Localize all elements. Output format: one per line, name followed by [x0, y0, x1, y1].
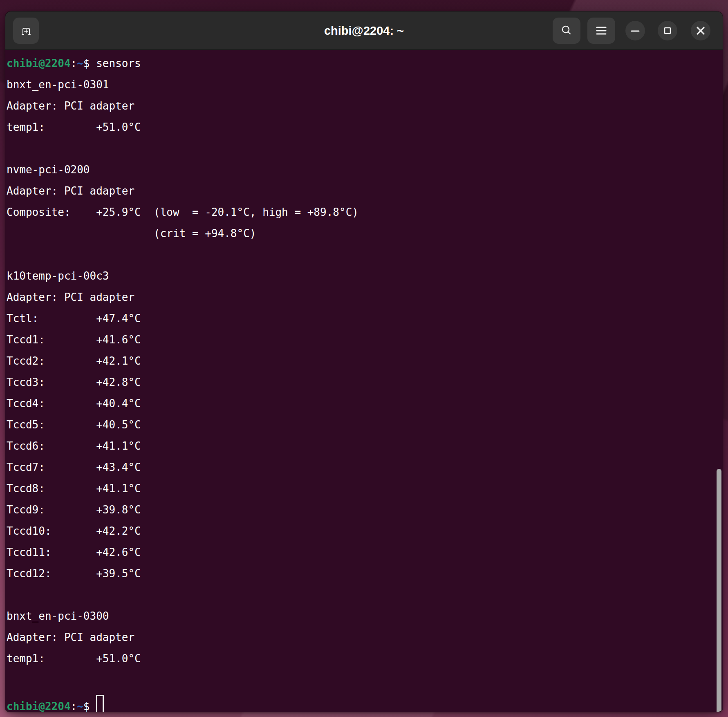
- prompt-symbol: $: [83, 57, 96, 69]
- typed-command: sensors: [96, 57, 141, 69]
- desktop: { "window": { "title": "chibi@2204: ~" }…: [0, 0, 728, 717]
- terminal-output-line: Tccd9: +39.8°C: [7, 499, 723, 520]
- maximize-button[interactable]: [658, 21, 677, 40]
- terminal-output-line: bnxt_en-pci-0300: [7, 605, 723, 627]
- main-menu-button[interactable]: [587, 18, 615, 44]
- terminal-output-line: Adapter: PCI adapter: [7, 95, 723, 117]
- terminal-output-line: (crit = +94.8°C): [7, 223, 723, 244]
- terminal-output-line: Adapter: PCI adapter: [7, 627, 723, 648]
- terminal-screen[interactable]: chibi@2204:~$ sensorsbnxt_en-pci-0301Ada…: [5, 50, 723, 712]
- prompt-separator: :: [71, 700, 77, 712]
- terminal-output-line: Tccd3: +42.8°C: [7, 372, 723, 393]
- terminal-output-line: [7, 584, 723, 605]
- terminal-output-line: bnxt_en-pci-0301: [7, 74, 723, 95]
- search-button[interactable]: [553, 18, 580, 44]
- terminal-window: chibi@2204: ~: [5, 11, 723, 712]
- terminal-output-line: Tccd10: +42.2°C: [7, 520, 723, 542]
- terminal-output-line: temp1: +51.0°C: [7, 648, 723, 669]
- terminal-output-line: temp1: +51.0°C: [7, 117, 723, 138]
- terminal-output-line: Adapter: PCI adapter: [7, 287, 723, 308]
- terminal-cursor: [96, 695, 104, 712]
- prompt-symbol: $: [83, 700, 96, 712]
- prompt-user-host: chibi@2204: [7, 700, 71, 712]
- terminal-output-line: Tccd11: +42.6°C: [7, 542, 723, 563]
- terminal-output-line: Tccd7: +43.4°C: [7, 457, 723, 478]
- terminal-output-line: [7, 244, 723, 265]
- terminal-output-line: Tccd6: +41.1°C: [7, 435, 723, 457]
- terminal-output-line: Tccd12: +39.5°C: [7, 563, 723, 584]
- terminal-output-line: Tccd8: +41.1°C: [7, 478, 723, 499]
- close-button[interactable]: [691, 21, 710, 40]
- prompt-path: ~: [77, 57, 83, 69]
- prompt-user-host: chibi@2204: [7, 57, 71, 69]
- terminal-output-line: Tccd4: +40.4°C: [7, 393, 723, 414]
- terminal-output-line: Tccd5: +40.5°C: [7, 414, 723, 435]
- terminal-output-line: k10temp-pci-00c3: [7, 265, 723, 287]
- terminal-output-line: Composite: +25.9°C (low = -20.1°C, high …: [7, 202, 723, 223]
- terminal-output-line: nvme-pci-0200: [7, 159, 723, 180]
- new-tab-icon: [19, 24, 33, 38]
- terminal-output-line: [7, 669, 723, 690]
- prompt-separator: :: [71, 57, 77, 69]
- terminal-output-line: [7, 138, 723, 159]
- command-output: bnxt_en-pci-0301Adapter: PCI adaptertemp…: [7, 74, 723, 690]
- terminal-output-line: Tccd2: +42.1°C: [7, 350, 723, 372]
- prompt-line-current: chibi@2204:~$: [7, 690, 723, 712]
- scrollbar-thumb[interactable]: [717, 469, 721, 712]
- maximize-icon: [662, 25, 673, 36]
- headerbar[interactable]: chibi@2204: ~: [5, 11, 723, 50]
- terminal-output-line: Tctl: +47.4°C: [7, 308, 723, 329]
- new-tab-button[interactable]: [13, 18, 39, 44]
- terminal-output-line: Adapter: PCI adapter: [7, 180, 723, 202]
- prompt-path: ~: [77, 700, 83, 712]
- minimize-icon: [629, 25, 641, 36]
- hamburger-menu-icon: [595, 24, 608, 37]
- terminal-text: chibi@2204:~$ sensorsbnxt_en-pci-0301Ada…: [5, 50, 723, 712]
- search-icon: [560, 24, 573, 37]
- prompt-line-command: chibi@2204:~$ sensors: [7, 53, 723, 74]
- close-icon: [695, 25, 706, 36]
- terminal-output-line: Tccd1: +41.6°C: [7, 329, 723, 350]
- minimize-button[interactable]: [625, 21, 645, 40]
